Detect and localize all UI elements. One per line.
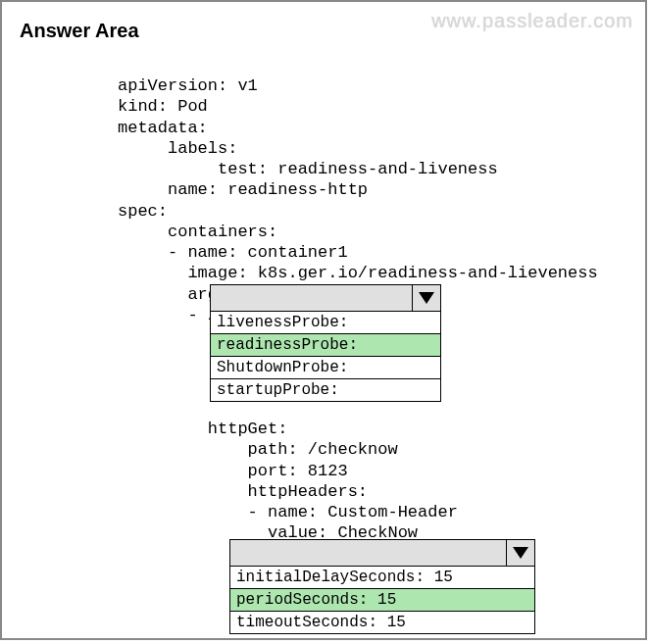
dropdown-header[interactable] (229, 539, 535, 567)
dropdown-option-selected[interactable]: periodSeconds: 15 (230, 589, 534, 612)
chevron-down-icon (419, 292, 434, 304)
dropdown-option[interactable]: ShutdownProbe: (211, 357, 440, 379)
dropdown-options-list: livenessProbe: readinessProbe: ShutdownP… (210, 312, 441, 402)
dropdown-header[interactable] (210, 284, 441, 312)
dropdown-arrow-box[interactable] (412, 285, 440, 311)
timing-dropdown[interactable]: initialDelaySeconds: 15 periodSeconds: 1… (229, 539, 535, 634)
probe-type-dropdown[interactable]: livenessProbe: readinessProbe: ShutdownP… (210, 284, 441, 402)
dropdown-option[interactable]: initialDelaySeconds: 15 (230, 567, 534, 589)
chevron-down-icon (513, 547, 528, 559)
yaml-block-middle: httpGet: path: /checknow port: 8123 http… (118, 419, 458, 544)
dropdown-options-list: initialDelaySeconds: 15 periodSeconds: 1… (229, 567, 535, 634)
dropdown-option-selected[interactable]: readinessProbe: (211, 334, 440, 357)
dropdown-option[interactable]: livenessProbe: (211, 312, 440, 334)
dropdown-arrow-box[interactable] (506, 540, 534, 566)
dropdown-option[interactable]: timeoutSeconds: 15 (230, 612, 534, 633)
section-title: Answer Area (20, 20, 139, 42)
dropdown-option[interactable]: startupProbe: (211, 379, 440, 401)
